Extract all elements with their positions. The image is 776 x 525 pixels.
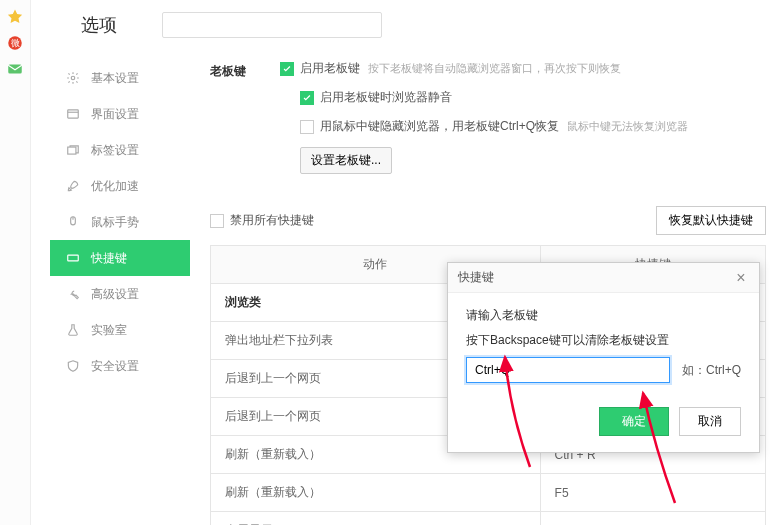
set-bosskey-button[interactable]: 设置老板键...: [300, 147, 392, 174]
section-shortcuts-header: 禁用所有快捷键 恢复默认快捷键: [210, 206, 766, 235]
mouse-icon: [65, 214, 81, 230]
app-left-rail: 微: [0, 0, 31, 525]
option-label: 用鼠标中键隐藏浏览器，用老板键Ctrl+Q恢复: [320, 118, 559, 135]
page-title: 选项: [81, 13, 117, 37]
settings-sidebar: 基本设置 界面设置 标签设置 优化加速 鼠标手势 快捷键 高级设置 实验室 安全…: [50, 60, 190, 384]
sidebar-item-security[interactable]: 安全设置: [50, 348, 190, 384]
shortcut-input[interactable]: [466, 357, 670, 383]
checkbox-middleclick[interactable]: [300, 120, 314, 134]
sidebar-item-label: 标签设置: [91, 142, 139, 159]
sidebar-item-speed[interactable]: 优化加速: [50, 168, 190, 204]
sidebar-item-ui[interactable]: 界面设置: [50, 96, 190, 132]
sidebar-item-label: 高级设置: [91, 286, 139, 303]
ok-button[interactable]: 确定: [599, 407, 669, 436]
dialog-line2: 按下Backspace键可以清除老板键设置: [466, 332, 741, 349]
svg-rect-5: [68, 147, 76, 154]
checkbox-mute[interactable]: [300, 91, 314, 105]
section-bosskey: 老板键 启用老板键 按下老板键将自动隐藏浏览器窗口，再次按下则恢复 启用老板键时…: [210, 60, 766, 186]
sidebar-item-basic[interactable]: 基本设置: [50, 60, 190, 96]
dialog-title: 快捷键: [458, 269, 494, 286]
shield-icon: [65, 358, 81, 374]
window-icon: [65, 106, 81, 122]
sidebar-item-label: 优化加速: [91, 178, 139, 195]
page-header: 选项: [31, 0, 776, 50]
option-hint: 按下老板键将自动隐藏浏览器窗口，再次按下则恢复: [368, 61, 621, 76]
flask-icon: [65, 322, 81, 338]
sidebar-item-label: 快捷键: [91, 250, 127, 267]
checkbox-disable-all[interactable]: [210, 214, 224, 228]
section-title: 老板键: [210, 60, 280, 186]
tabs-icon: [65, 142, 81, 158]
svg-point-3: [71, 76, 75, 80]
weibo-icon[interactable]: 微: [6, 34, 24, 52]
shortcut-dialog: 快捷键 × 请输入老板键 按下Backspace键可以清除老板键设置 如：Ctr…: [447, 262, 760, 453]
shortcut-example: 如：Ctrl+Q: [682, 362, 741, 379]
gear-icon: [65, 70, 81, 86]
sidebar-item-label: 安全设置: [91, 358, 139, 375]
close-icon[interactable]: ×: [733, 270, 749, 286]
svg-text:微: 微: [11, 38, 20, 48]
table-row[interactable]: 刷新（重新载入）F5: [211, 474, 766, 512]
sidebar-item-mouse[interactable]: 鼠标手势: [50, 204, 190, 240]
sidebar-item-label: 实验室: [91, 322, 127, 339]
sidebar-item-shortcut[interactable]: 快捷键: [50, 240, 190, 276]
table-row[interactable]: 全屏显示F11: [211, 512, 766, 526]
wrench-icon: [65, 286, 81, 302]
svg-rect-7: [68, 255, 79, 261]
search-input[interactable]: [162, 12, 382, 38]
option-label: 启用老板键: [300, 60, 360, 77]
sidebar-item-label: 基本设置: [91, 70, 139, 87]
keyboard-icon: [65, 250, 81, 266]
star-icon[interactable]: [6, 8, 24, 26]
svg-rect-4: [68, 110, 79, 118]
mail-icon[interactable]: [6, 60, 24, 78]
option-label: 禁用所有快捷键: [230, 212, 314, 229]
sidebar-item-label: 鼠标手势: [91, 214, 139, 231]
checkbox-enable-bosskey[interactable]: [280, 62, 294, 76]
svg-rect-2: [8, 65, 22, 74]
option-label: 启用老板键时浏览器静音: [320, 89, 452, 106]
sidebar-item-labs[interactable]: 实验室: [50, 312, 190, 348]
sidebar-item-tabs[interactable]: 标签设置: [50, 132, 190, 168]
cancel-button[interactable]: 取消: [679, 407, 741, 436]
sidebar-item-advanced[interactable]: 高级设置: [50, 276, 190, 312]
rocket-icon: [65, 178, 81, 194]
sidebar-item-label: 界面设置: [91, 106, 139, 123]
restore-defaults-button[interactable]: 恢复默认快捷键: [656, 206, 766, 235]
option-hint: 鼠标中键无法恢复浏览器: [567, 119, 688, 134]
dialog-line1: 请输入老板键: [466, 307, 741, 324]
